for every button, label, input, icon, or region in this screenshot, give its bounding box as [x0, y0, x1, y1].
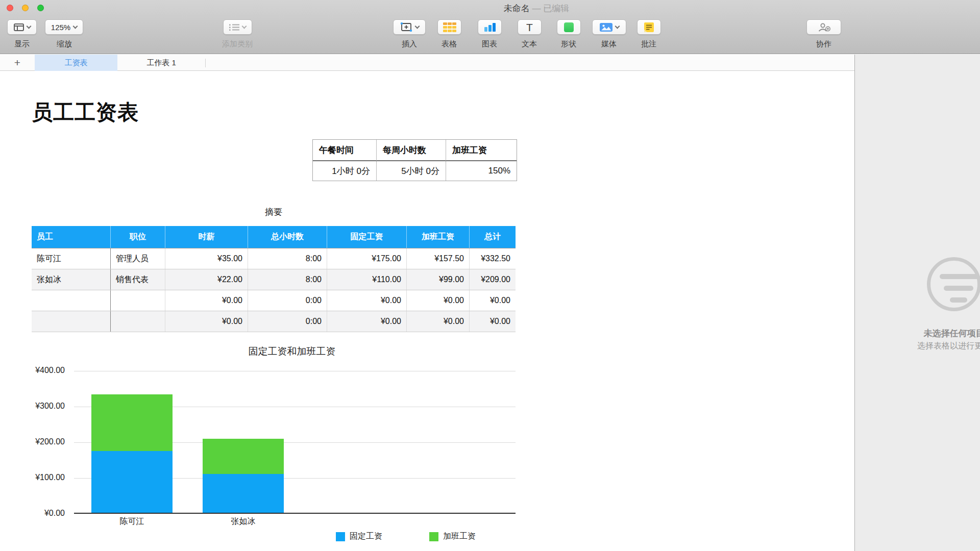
close-window-button[interactable] — [7, 5, 13, 11]
sheet-tab-bar: + 工资表 工作表 1 — [0, 55, 854, 71]
text-button[interactable]: T — [518, 19, 542, 35]
settings-value-row: 1小时 0分5小时 0分150% — [313, 161, 517, 181]
table-row: 张如冰销售代表¥22.008:00¥110.00¥99.00¥209.00 — [32, 269, 516, 290]
numbers-window: 未命名 — 已编辑 显示 125% 缩放 添加类别 — [0, 0, 980, 551]
format-inspector-sidebar: 未选择任何项目 选择表格以进行更改 — [854, 55, 980, 551]
tab-salary-sheet[interactable]: 工资表 — [35, 55, 117, 71]
fullscreen-window-button[interactable] — [37, 5, 44, 11]
chevron-down-icon — [73, 23, 78, 29]
summary-header-cell[interactable]: 员工 — [32, 226, 111, 248]
view-options-icon — [14, 23, 24, 31]
collaborate-person-icon — [817, 22, 831, 32]
comment-button-label: 批注 — [641, 39, 656, 49]
comment-button[interactable] — [637, 19, 661, 35]
collaborate-button[interactable] — [806, 19, 841, 35]
shape-icon — [564, 22, 574, 32]
add-sheet-button[interactable]: + — [10, 56, 24, 70]
table-cell[interactable]: 张如冰 — [32, 269, 111, 290]
chart-button[interactable] — [478, 19, 502, 35]
summary-header-row: 员工职位时薪总小时数固定工资加班工资总计 — [32, 226, 516, 248]
no-selection-icon — [950, 297, 967, 303]
summary-header-cell[interactable]: 加班工资 — [407, 226, 470, 248]
table-cell[interactable]: ¥0.00 — [470, 290, 516, 311]
collaborate-button-label: 协作 — [816, 39, 831, 49]
table-cell[interactable]: 陈可江 — [32, 248, 111, 269]
add-category-label: 添加类别 — [222, 39, 253, 49]
table-cell[interactable]: ¥332.50 — [470, 248, 516, 269]
insert-icon — [400, 22, 412, 32]
no-selection-subtitle: 选择表格以进行更改 — [854, 341, 980, 352]
table-row: ¥0.000:00¥0.00¥0.00¥0.00 — [32, 311, 516, 332]
table-row: ¥0.000:00¥0.00¥0.00¥0.00 — [32, 290, 516, 311]
zoom-button-label: 缩放 — [57, 39, 72, 49]
table-cell[interactable] — [111, 311, 165, 332]
table-cell[interactable]: ¥110.00 — [327, 269, 407, 290]
category-list-icon — [229, 23, 239, 31]
shape-button-label: 形状 — [561, 39, 576, 49]
table-cell[interactable]: 0:00 — [248, 290, 327, 311]
table-cell[interactable]: 0:00 — [248, 311, 327, 332]
tab-separator — [205, 59, 206, 67]
table-cell[interactable] — [111, 290, 165, 311]
insert-button[interactable] — [393, 19, 426, 35]
toolbar: 未命名 — 已编辑 显示 125% 缩放 添加类别 — [0, 0, 980, 54]
zoom-button[interactable]: 125% — [45, 19, 83, 35]
text-icon: T — [526, 22, 533, 33]
add-category-button[interactable] — [223, 19, 252, 35]
summary-header-cell[interactable]: 职位 — [111, 226, 165, 248]
settings-value-cell[interactable]: 150% — [446, 161, 517, 181]
text-button-label: 文本 — [522, 39, 537, 49]
chevron-down-icon — [242, 23, 247, 29]
summary-header-cell[interactable]: 固定工资 — [327, 226, 407, 248]
table-row: 陈可江管理人员¥35.008:00¥175.00¥157.50¥332.50 — [32, 248, 516, 269]
table-cell[interactable]: ¥22.00 — [165, 269, 248, 290]
table-cell[interactable]: 销售代表 — [111, 269, 165, 290]
summary-header-cell[interactable]: 时薪 — [165, 226, 248, 248]
table-cell[interactable]: ¥0.00 — [327, 290, 407, 311]
settings-header-cell[interactable]: 每周小时数 — [377, 140, 446, 161]
table-cell[interactable]: ¥99.00 — [407, 269, 470, 290]
table-cell[interactable]: ¥0.00 — [165, 290, 248, 311]
table-cell[interactable]: ¥157.50 — [407, 248, 470, 269]
table-icon — [443, 22, 456, 32]
document-title[interactable]: 员工工资表 — [32, 98, 139, 127]
settings-table[interactable]: 午餐时间每周小时数加班工资 1小时 0分5小时 0分150% — [312, 139, 517, 181]
settings-header-cell[interactable]: 加班工资 — [446, 140, 517, 161]
table-cell[interactable]: ¥0.00 — [407, 311, 470, 332]
table-cell[interactable]: ¥0.00 — [470, 311, 516, 332]
bar-chart-icon — [484, 23, 496, 32]
table-cell[interactable]: 8:00 — [248, 269, 327, 290]
chevron-down-icon — [615, 23, 620, 29]
minimize-window-button[interactable] — [22, 5, 29, 11]
table-cell[interactable]: ¥209.00 — [470, 269, 516, 290]
table-cell[interactable] — [32, 311, 111, 332]
summary-header-cell[interactable]: 总计 — [470, 226, 516, 248]
no-selection-icon — [940, 274, 979, 279]
table-cell[interactable] — [32, 290, 111, 311]
shape-button[interactable] — [557, 19, 581, 35]
summary-body: 陈可江管理人员¥35.008:00¥175.00¥157.50¥332.50张如… — [32, 248, 516, 332]
summary-caption: 摘要 — [265, 206, 282, 218]
table-cell[interactable]: ¥175.00 — [327, 248, 407, 269]
document-name: 未命名 — [504, 4, 530, 13]
table-cell[interactable]: ¥0.00 — [407, 290, 470, 311]
settings-value-cell[interactable]: 1小时 0分 — [313, 161, 377, 181]
settings-value-cell[interactable]: 5小时 0分 — [377, 161, 446, 181]
summary-table[interactable]: 员工职位时薪总小时数固定工资加班工资总计 陈可江管理人员¥35.008:00¥1… — [32, 226, 516, 332]
media-button[interactable] — [592, 19, 626, 35]
summary-header-cell[interactable]: 总小时数 — [248, 226, 327, 248]
settings-header-cell[interactable]: 午餐时间 — [313, 140, 377, 161]
table-cell[interactable]: ¥0.00 — [327, 311, 407, 332]
table-cell[interactable]: ¥0.00 — [165, 311, 248, 332]
table-cell[interactable]: 8:00 — [248, 248, 327, 269]
media-button-label: 媒体 — [601, 39, 617, 49]
comment-note-icon — [644, 22, 654, 32]
table-cell[interactable]: ¥35.00 — [165, 248, 248, 269]
table-cell[interactable]: 管理人员 — [111, 248, 165, 269]
edited-status: — 已编辑 — [532, 4, 570, 13]
table-button[interactable] — [437, 19, 461, 35]
view-button[interactable] — [7, 19, 37, 35]
chart-button-label: 图表 — [482, 39, 497, 49]
media-photo-icon — [600, 23, 612, 32]
tab-worksheet-1[interactable]: 工作表 1 — [117, 55, 205, 71]
